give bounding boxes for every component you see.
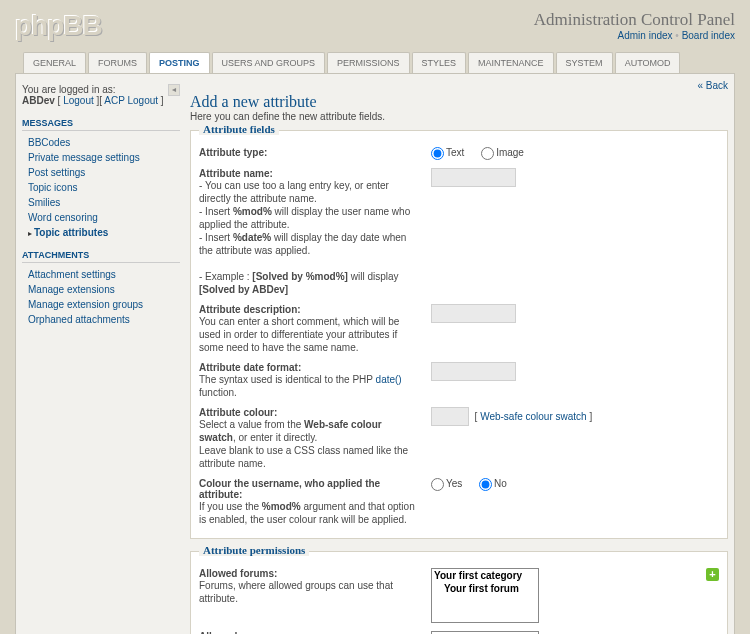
tab-system[interactable]: SYSTEM bbox=[556, 52, 613, 73]
tab-styles[interactable]: STYLES bbox=[412, 52, 467, 73]
php-date-link[interactable]: date() bbox=[376, 374, 402, 385]
sidebar-item[interactable]: Manage extensions bbox=[22, 282, 180, 297]
attribute-type-label: Attribute type: bbox=[199, 147, 267, 158]
list-item[interactable]: Your first forum bbox=[432, 582, 538, 595]
attribute-date-label: Attribute date format: bbox=[199, 362, 301, 373]
sidebar-item[interactable]: Smilies bbox=[22, 195, 180, 210]
user-colour-yes-radio[interactable]: Yes bbox=[431, 478, 462, 489]
attribute-name-label: Attribute name: bbox=[199, 168, 273, 179]
tab-users-and-groups[interactable]: USERS AND GROUPS bbox=[212, 52, 326, 73]
user-colour-label: Colour the username, who applied the att… bbox=[199, 478, 380, 500]
attribute-colour-input[interactable] bbox=[431, 407, 469, 426]
sidebar-item[interactable]: Manage extension groups bbox=[22, 297, 180, 312]
attribute-name-input[interactable] bbox=[431, 168, 516, 187]
tab-posting[interactable]: POSTING bbox=[149, 52, 210, 73]
logout-link[interactable]: Logout bbox=[63, 95, 94, 106]
acp-logout-link[interactable]: ACP Logout bbox=[104, 95, 158, 106]
tab-automod[interactable]: AUTOMOD bbox=[615, 52, 681, 73]
colour-swatch-link[interactable]: Web-safe colour swatch bbox=[480, 411, 587, 422]
sidebar-item[interactable]: Attachment settings bbox=[22, 267, 180, 282]
sidebar-section-heading: MESSAGES bbox=[22, 118, 180, 131]
phpbb-logo: phpBB bbox=[15, 10, 102, 42]
acp-title: Administration Control Panel bbox=[534, 10, 735, 30]
allowed-forums-label: Allowed forums: bbox=[199, 568, 277, 579]
attribute-desc-label: Attribute description: bbox=[199, 304, 301, 315]
sidebar-item[interactable]: Word censoring bbox=[22, 210, 180, 225]
sidebar-item[interactable]: BBCodes bbox=[22, 135, 180, 150]
attribute-colour-label: Attribute colour: bbox=[199, 407, 277, 418]
sidebar-item[interactable]: Private message settings bbox=[22, 150, 180, 165]
sidebar-item[interactable]: ▸Topic attributes bbox=[22, 225, 180, 240]
tab-general[interactable]: GENERAL bbox=[23, 52, 86, 73]
tab-permissions[interactable]: PERMISSIONS bbox=[327, 52, 410, 73]
back-link[interactable]: « Back bbox=[697, 80, 728, 91]
sidebar-toggle-icon[interactable]: ◄ bbox=[168, 84, 180, 96]
fieldset-legend: Attribute fields bbox=[199, 123, 279, 135]
fieldset-legend: Attribute permissions bbox=[199, 544, 309, 556]
board-index-link[interactable]: Board index bbox=[682, 30, 735, 41]
arrow-right-icon: ▸ bbox=[28, 229, 32, 238]
sidebar-item[interactable]: Topic icons bbox=[22, 180, 180, 195]
main-tabs: GENERALFORUMSPOSTINGUSERS AND GROUPSPERM… bbox=[15, 52, 735, 73]
attribute-desc-input[interactable] bbox=[431, 304, 516, 323]
sidebar-section-heading: ATTACHMENTS bbox=[22, 250, 180, 263]
tab-forums[interactable]: FORUMS bbox=[88, 52, 147, 73]
list-item[interactable]: Your first category bbox=[432, 569, 538, 582]
attribute-date-input[interactable] bbox=[431, 362, 516, 381]
type-text-radio[interactable]: Text bbox=[431, 147, 464, 158]
sidebar-item[interactable]: Post settings bbox=[22, 165, 180, 180]
login-info: You are logged in as: ABDev [ Logout ][ … bbox=[22, 84, 180, 106]
page-subtitle: Here you can define the new attribute fi… bbox=[190, 111, 728, 122]
user-colour-no-radio[interactable]: No bbox=[479, 478, 507, 489]
tab-maintenance[interactable]: MAINTENANCE bbox=[468, 52, 554, 73]
page-title: Add a new attribute bbox=[190, 93, 728, 111]
admin-index-link[interactable]: Admin index bbox=[618, 30, 673, 41]
allowed-forums-listbox[interactable]: Your first categoryYour first forum bbox=[431, 568, 539, 623]
add-forums-icon[interactable]: + bbox=[706, 568, 719, 581]
type-image-radio[interactable]: Image bbox=[481, 147, 524, 158]
sidebar-item[interactable]: Orphaned attachments bbox=[22, 312, 180, 327]
